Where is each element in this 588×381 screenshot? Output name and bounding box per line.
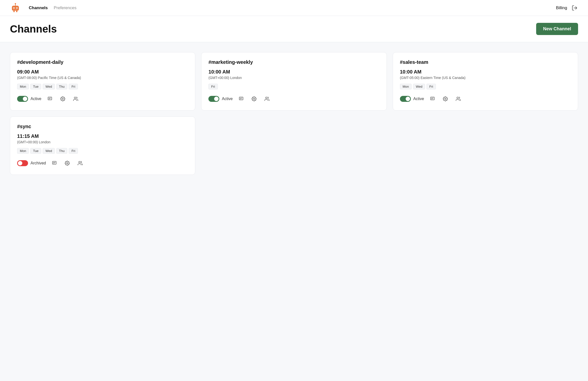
settings-icon-btn[interactable] (63, 159, 72, 168)
toggle-wrap: Archived (17, 160, 46, 166)
svg-rect-11 (16, 11, 17, 12)
svg-point-7 (14, 9, 14, 10)
status-label: Active (413, 97, 424, 101)
day-badge-mon: Mon (400, 84, 412, 89)
svg-point-32 (79, 161, 80, 163)
day-badge-fri: Fri (69, 84, 78, 89)
members-icon-btn[interactable] (71, 94, 80, 103)
status-label: Active (31, 97, 41, 101)
svg-point-16 (62, 98, 63, 100)
day-badge-thu: Thu (56, 84, 67, 89)
members-icon-btn[interactable] (76, 159, 85, 168)
active-toggle[interactable] (17, 96, 28, 102)
messages-icon-btn[interactable] (428, 94, 437, 103)
day-badge-mon: Mon (17, 148, 29, 154)
svg-rect-10 (13, 11, 15, 12)
toggle-wrap: Active (400, 96, 424, 102)
nav-links: Channels Preferences (29, 5, 556, 10)
members-icon-btn[interactable] (262, 94, 271, 103)
svg-point-8 (15, 9, 16, 10)
svg-rect-28 (53, 161, 56, 164)
channel-footer: Archived (17, 159, 188, 168)
members-icon-btn[interactable] (454, 94, 463, 103)
logout-icon[interactable] (571, 4, 578, 11)
active-toggle[interactable] (17, 160, 28, 166)
page-title: Channels (10, 23, 57, 35)
main-content: #development-daily 09:00 AM (GMT-08:00) … (0, 42, 588, 185)
day-badge-thu: Thu (56, 148, 67, 154)
toggle-wrap: Active (17, 96, 41, 102)
messages-icon-btn[interactable] (50, 159, 59, 168)
navbar: Channels Preferences Billing (0, 0, 588, 16)
toggle-wrap: Active (208, 96, 233, 102)
settings-icon-btn[interactable] (441, 94, 450, 103)
channel-timezone: (GMT+00:00) London (208, 76, 379, 80)
page-header: Channels New Channel (0, 16, 588, 42)
active-toggle[interactable] (208, 96, 219, 102)
settings-icon-btn[interactable] (58, 94, 67, 103)
days-row: Fri (208, 84, 379, 89)
svg-point-5 (13, 7, 14, 8)
svg-rect-18 (239, 97, 243, 100)
toggle-knob (214, 97, 219, 101)
day-badge-wed: Wed (413, 84, 425, 89)
svg-point-21 (253, 98, 255, 100)
messages-icon-btn[interactable] (237, 94, 246, 103)
status-label: Active (222, 97, 233, 101)
channel-card-sync: #sync 11:15 AM (GMT+00:00) London MonTue… (10, 116, 195, 175)
svg-point-26 (445, 98, 446, 100)
day-badge-fri: Fri (426, 84, 436, 89)
toggle-knob (406, 97, 410, 101)
toggle-knob (23, 97, 27, 101)
new-channel-button[interactable]: New Channel (536, 23, 578, 35)
svg-point-6 (16, 7, 17, 8)
channel-timezone: (GMT+00:00) London (17, 140, 188, 144)
channel-name: #sales-team (400, 59, 571, 65)
channel-footer: Active (17, 94, 188, 103)
channel-card-sales-team: #sales-team 10:00 AM (GMT-05:00) Eastern… (393, 52, 578, 111)
settings-icon-btn[interactable] (250, 94, 259, 103)
channel-card-development-daily: #development-daily 09:00 AM (GMT-08:00) … (10, 52, 195, 111)
day-badge-fri: Fri (69, 148, 78, 154)
channel-card-marketing-weekly: #marketing-weekly 10:00 AM (GMT+00:00) L… (201, 52, 387, 111)
day-badge-tue: Tue (30, 148, 41, 154)
svg-point-22 (265, 97, 267, 99)
channel-time: 09:00 AM (17, 69, 188, 75)
nav-preferences[interactable]: Preferences (54, 5, 77, 10)
channel-time: 10:00 AM (400, 69, 571, 75)
toggle-knob (18, 161, 22, 165)
day-badge-tue: Tue (30, 84, 41, 89)
days-row: MonTueWedThuFri (17, 148, 188, 154)
svg-point-27 (457, 97, 458, 99)
svg-point-0 (15, 3, 16, 4)
active-toggle[interactable] (400, 96, 411, 102)
channel-timezone: (GMT-08:00) Pacific Time (US & Canada) (17, 76, 188, 80)
day-badge-wed: Wed (43, 148, 55, 154)
status-label: Archived (31, 161, 46, 165)
days-row: MonTueWedThuFri (17, 84, 188, 89)
channel-footer: Active (400, 94, 571, 103)
channel-footer: Active (208, 94, 379, 103)
day-badge-mon: Mon (17, 84, 29, 89)
svg-point-9 (17, 9, 17, 10)
billing-link[interactable]: Billing (556, 5, 567, 10)
logo (10, 2, 21, 13)
messages-icon-btn[interactable] (45, 94, 54, 103)
svg-rect-13 (48, 97, 52, 100)
channel-time: 10:00 AM (208, 69, 379, 75)
svg-point-17 (74, 97, 76, 99)
svg-rect-23 (431, 97, 434, 100)
channel-time: 11:15 AM (17, 133, 188, 139)
day-badge-fri: Fri (208, 84, 218, 89)
channel-name: #development-daily (17, 59, 188, 65)
nav-channels[interactable]: Channels (29, 5, 48, 10)
channel-name: #sync (17, 124, 188, 129)
svg-point-31 (67, 163, 68, 164)
day-badge-wed: Wed (43, 84, 55, 89)
channel-name: #marketing-weekly (208, 59, 379, 65)
navbar-right: Billing (556, 4, 578, 11)
days-row: MonWedFri (400, 84, 571, 89)
channel-timezone: (GMT-05:00) Eastern Time (US & Canada) (400, 76, 571, 80)
channels-grid: #development-daily 09:00 AM (GMT-08:00) … (10, 52, 578, 175)
